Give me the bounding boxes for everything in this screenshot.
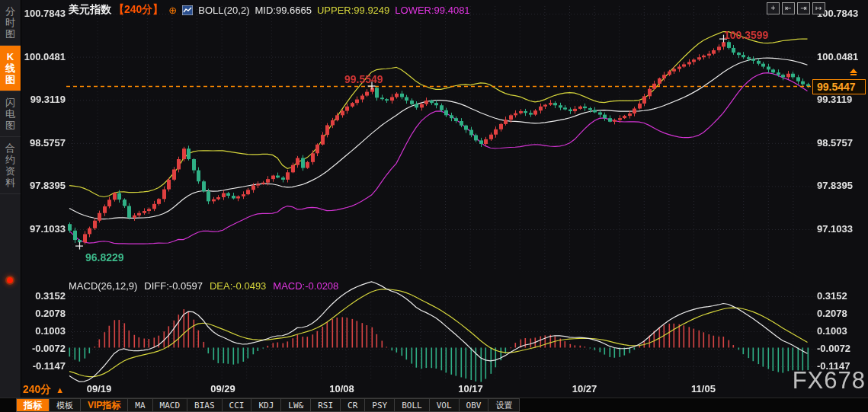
sidebar-tab-3[interactable]: 合约资料 — [0, 137, 21, 194]
chart-header: 美元指数【240分】⊕ BOLL(20,2) MID:99.6665 UPPER… — [69, 3, 470, 17]
price-axis-label: 98.5757 — [817, 137, 853, 149]
macd-axis-label: -0.0072 — [817, 343, 850, 354]
price-axis-label: 97.8395 — [817, 180, 853, 191]
price-alert-icon[interactable] — [849, 69, 858, 78]
macd-header: MACD(26,12,9) DIFF:-0.0597 DEA:-0.0493 M… — [69, 280, 338, 292]
macd-axis-label: 0.3152 — [23, 290, 66, 302]
price-axis-label: 98.5757 — [23, 137, 66, 149]
toolbar-item-9[interactable]: RSI — [311, 398, 341, 412]
x-axis-label: 09/29 — [202, 383, 245, 394]
pan-icon[interactable]: + — [767, 2, 780, 14]
toolbar-item-0[interactable]: 指标 — [16, 398, 50, 412]
annotation-high-1: 99.5549 — [344, 73, 383, 85]
x-axis-label: 10/08 — [321, 383, 364, 394]
boll-indicator-label: BOLL(20,2) — [198, 5, 249, 16]
price-axis-label: 97.1033 — [817, 223, 853, 235]
macd-axis-label: 0.2078 — [23, 308, 66, 319]
toolbar-item-14[interactable]: OBV — [460, 398, 489, 412]
toolbar-item-1[interactable]: 模板 — [50, 398, 81, 412]
boll-upper-value: UPPER:99.9249 — [317, 5, 389, 16]
symbol-name: 美元指数 — [69, 3, 111, 17]
toolbar-item-5[interactable]: BIAS — [187, 398, 223, 412]
macd-axis-label: 0.1003 — [23, 325, 66, 337]
toolbar-item-13[interactable]: VOL — [430, 398, 460, 412]
price-axis-label: 97.1033 — [23, 223, 66, 235]
annotation-high-2: 100.3599 — [724, 29, 768, 41]
price-axis-label: 99.3119 — [23, 94, 66, 105]
fit-right-icon[interactable]: ⇥ — [797, 2, 810, 14]
macd-diff-value: DIFF:-0.0597 — [144, 280, 203, 292]
macd-axis-label: 0.3152 — [817, 290, 847, 302]
toolbar-item-6[interactable]: CCI — [223, 398, 252, 412]
macd-title: MACD(26,12,9) — [69, 280, 137, 292]
chart-tool-icons: +⇤⇥↦ — [767, 2, 825, 14]
macd-dea-value: DEA:-0.0493 — [210, 280, 266, 292]
toolbar-item-3[interactable]: MA — [128, 398, 152, 412]
chevron-up-icon: ▲ — [56, 385, 64, 394]
sidebar-tab-label: 分时图 — [5, 5, 16, 40]
x-axis-label: 10/27 — [563, 383, 606, 394]
price-axis-label: 100.0481 — [817, 51, 858, 62]
toolbar-item-10[interactable]: CR — [341, 398, 365, 412]
toolbar-item-11[interactable]: PSY — [365, 398, 395, 412]
period-selector[interactable]: 240分▲ — [23, 383, 64, 397]
chart-type-sidebar: 分时图K线图闪电图合约资料 — [0, 0, 21, 398]
period-label: 【240分】 — [114, 3, 163, 17]
macd-axis-label: -0.0072 — [23, 343, 66, 354]
price-axis-label: 99.3119 — [817, 94, 852, 105]
macd-axis-label: -0.1147 — [23, 360, 66, 372]
toolbar-item-15[interactable]: 设置 — [488, 398, 520, 412]
x-axis-label: 10/17 — [450, 383, 492, 394]
sidebar-tab-0[interactable]: 分时图 — [0, 0, 21, 46]
annotation-low: 96.8229 — [85, 251, 124, 263]
macd-macd-value: MACD:-0.0208 — [273, 280, 338, 292]
sidebar-tab-label: 合约资料 — [5, 142, 16, 188]
watermark: FX678 — [793, 367, 866, 394]
alert-indicator-icon[interactable] — [7, 277, 13, 283]
sidebar-tab-label: K线图 — [5, 51, 16, 85]
boll-lower-value: LOWER:99.4081 — [395, 5, 469, 16]
chart-type-icon[interactable] — [182, 5, 193, 15]
shift-right-icon[interactable]: ↦ — [812, 2, 825, 14]
add-indicator-icon[interactable]: ⊕ — [168, 5, 177, 16]
chart-window: 分时图K线图闪电图合约资料 美元指数【240分】⊕ BOLL(20,2) MID… — [0, 0, 868, 412]
last-price-tag: 99.5447 — [812, 79, 866, 94]
candlestick-chart-canvas[interactable] — [21, 0, 868, 398]
sidebar-tab-label: 闪电图 — [5, 97, 16, 131]
toolbar-item-7[interactable]: KDJ — [251, 398, 281, 412]
price-axis-label: 97.8395 — [23, 180, 66, 191]
toolbar-item-12[interactable]: BOLL — [395, 398, 430, 412]
macd-axis-label: 0.1003 — [817, 325, 847, 337]
toolbar-item-2[interactable]: VIP指标 — [81, 398, 128, 412]
price-axis-label: 100.7843 — [23, 8, 66, 19]
indicator-toolbar: 指标模板VIP指标MAMACDBIASCCIKDJLW&RSICRPSYBOLL… — [0, 398, 868, 412]
sidebar-tab-2[interactable]: 闪电图 — [0, 91, 21, 137]
macd-axis-label: 0.2078 — [817, 308, 847, 319]
x-axis-label: 09/19 — [78, 383, 120, 394]
boll-mid-value: MID:99.6665 — [255, 5, 311, 16]
price-axis-label: 100.0481 — [23, 51, 66, 62]
toolbar-item-4[interactable]: MACD — [153, 398, 188, 412]
fit-left-icon[interactable]: ⇤ — [782, 2, 795, 14]
toolbar-item-8[interactable]: LW& — [281, 398, 311, 412]
sidebar-tab-1[interactable]: K线图 — [0, 46, 21, 91]
x-axis-label: 11/05 — [682, 383, 725, 394]
